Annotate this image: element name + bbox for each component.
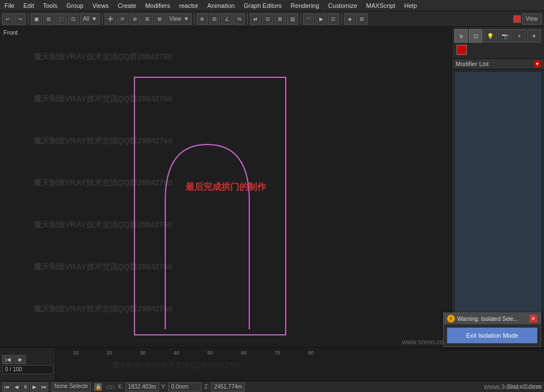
viewport-label: Front <box>3 29 18 36</box>
svg-rect-0 <box>134 77 286 335</box>
menu-file[interactable]: File <box>0 1 19 10</box>
y-label: Y: <box>161 384 166 390</box>
tick-20: 20 <box>106 350 112 356</box>
tick-70: 70 <box>275 350 280 356</box>
modifier-list-content <box>454 72 542 326</box>
scale2-btn[interactable]: ⊞ <box>142 13 153 25</box>
goto-start-btn[interactable]: ⏮ <box>2 382 11 391</box>
menu-animation[interactable]: Animation <box>203 1 239 10</box>
modifier-list-label: Modifier List ▼ <box>452 59 544 69</box>
select-region-btn[interactable]: ⬚ <box>55 13 67 25</box>
x-value[interactable]: 1832.403m <box>125 382 159 391</box>
select-by-name-btn[interactable]: ⊞ <box>43 13 54 25</box>
menu-help[interactable]: Help <box>400 1 422 10</box>
menu-maxscript[interactable]: MAXScript <box>362 1 400 10</box>
rotate-btn[interactable]: ⟳ <box>117 13 128 25</box>
all-dropdown[interactable]: All ▼ <box>80 13 100 25</box>
render2-btn[interactable]: ⊡ <box>328 13 339 25</box>
viewport[interactable]: Front 魔天制造VRAY技术交流QQ群29842760 魔天制造VRAY技术… <box>0 27 452 347</box>
next-key-btn[interactable]: ▶ <box>30 382 38 391</box>
redo-btn[interactable]: ↪ <box>15 13 26 25</box>
align2-btn[interactable]: ⊠ <box>275 13 286 25</box>
menu-graph-editors[interactable]: Graph Editors <box>239 1 286 10</box>
exit-isolation-btn[interactable]: Exit Isolation Mode <box>447 328 537 343</box>
prev-key-btn[interactable]: ◀ <box>12 382 20 391</box>
separator-6 <box>341 14 342 24</box>
scale-btn[interactable]: ⊕ <box>129 13 141 25</box>
main-toolbar: ↩ ↪ ▣ ⊞ ⬚ ⊡ All ▼ ✛ ⟳ ⊕ ⊞ ⊠ View ▼ ⊕ ⊞ ∠… <box>0 11 544 27</box>
mirror-btn[interactable]: ⇄ <box>250 13 261 25</box>
view-dropdown[interactable]: View ▼ <box>166 13 192 25</box>
menu-modifiers[interactable]: Modifiers <box>141 1 175 10</box>
undo-btn[interactable]: ↩ <box>2 13 13 25</box>
schematic-btn[interactable]: ⊞ <box>356 13 368 25</box>
angle-snap-btn[interactable]: ∠ <box>221 13 233 25</box>
panel-icon-helpers[interactable]: + <box>513 29 526 43</box>
status-left: ⏮ ◀ ⏸ ▶ ⏭ None Selecte 🔒 ◁ ▷ <box>2 382 115 391</box>
status-bar: ⏮ ◀ ⏸ ▶ ⏭ None Selecte 🔒 ◁ ▷ X: 1832.403… <box>0 381 544 392</box>
y-value[interactable]: 0.0mm <box>168 382 202 391</box>
warning-title-bar: ! Warning: Isolated Sele... ✕ <box>444 313 541 324</box>
panel-icon-geo[interactable]: ⊡ <box>469 29 482 43</box>
menu-reactor[interactable]: reactor <box>175 1 203 10</box>
select-obj-btn[interactable]: ▣ <box>31 13 42 25</box>
named-sel-btn[interactable] <box>513 15 521 23</box>
grid-display: Grid = 0.0mm <box>508 384 542 390</box>
align-btn[interactable]: ⊟ <box>262 13 273 25</box>
constraint-icons: ◁ ▷ <box>105 384 115 390</box>
material-btn[interactable]: ◈ <box>344 13 355 25</box>
menu-customize[interactable]: Customize <box>324 1 362 10</box>
modifier-list-dropdown[interactable]: ▼ <box>534 60 541 67</box>
pct-snap-btn[interactable]: % <box>234 13 245 25</box>
warning-close-btn[interactable]: ✕ <box>529 315 537 323</box>
menu-create[interactable]: Create <box>113 1 141 10</box>
move-btn[interactable]: ✛ <box>105 13 116 25</box>
tick-50: 50 <box>207 350 213 356</box>
x-label: X: <box>118 384 123 390</box>
view-label-box: View <box>522 13 542 25</box>
panel-icon-pointer[interactable]: 🖱 <box>454 29 468 43</box>
z-value[interactable]: 2451.774m <box>211 382 245 391</box>
separator-4 <box>247 14 248 24</box>
snap-btn[interactable]: ⊕ <box>197 13 208 25</box>
menu-bar: File Edit Tools Group Views Create Modif… <box>0 0 544 11</box>
prev-frame-btn[interactable]: |◀ <box>2 355 13 364</box>
menu-edit[interactable]: Edit <box>19 1 39 10</box>
select-region2-btn[interactable]: ⊡ <box>68 13 79 25</box>
menu-tools[interactable]: Tools <box>39 1 62 10</box>
stop-btn[interactable]: ⏸ <box>21 382 29 391</box>
lock-icon[interactable]: 🔒 <box>94 383 102 391</box>
panel-icon-camera[interactable]: 📷 <box>498 29 512 43</box>
menu-views[interactable]: Views <box>88 1 113 10</box>
tick-60: 60 <box>241 350 247 356</box>
panel-icon-space[interactable]: ✦ <box>527 29 541 43</box>
none-selected-label: None Selecte <box>52 382 91 391</box>
place-btn[interactable]: ⊠ <box>154 13 165 25</box>
render-btn[interactable]: ▶ <box>315 13 327 25</box>
coordinates-display: X: 1832.403m Y: 0.0mm Z: 2451.774m <box>118 382 245 391</box>
timeline-track[interactable]: 10 20 30 40 50 60 70 80 魔天制造VRAY技术交流QQ群2… <box>56 348 544 381</box>
dropdown-arrow: ▼ <box>91 16 97 22</box>
z-label: Z: <box>204 384 209 390</box>
warning-title-text: Warning: Isolated Sele... <box>457 316 518 322</box>
separator-1 <box>28 14 29 24</box>
right-panel-icons: 🖱 ⊡ 💡 📷 + ✦ <box>452 27 544 59</box>
frame-position: 0 / 100 <box>2 365 53 374</box>
snap2-btn[interactable]: ⊞ <box>209 13 220 25</box>
color-swatch[interactable] <box>457 45 467 55</box>
goto-end-btn[interactable]: ⏭ <box>39 382 48 391</box>
menu-group[interactable]: Group <box>62 1 88 10</box>
right-panel: 🖱 ⊡ 💡 📷 + ✦ Modifier List ▼ 📌 ⏸ 🔧 🖨 🖥 <box>452 27 544 347</box>
tick-10: 10 <box>73 350 78 356</box>
tick-80: 80 <box>308 350 314 356</box>
arch-shape <box>0 27 452 347</box>
separator-2 <box>102 14 103 24</box>
panel-icon-lights[interactable]: 💡 <box>483 29 497 43</box>
warning-dialog: ! Warning: Isolated Sele... ✕ Exit Isola… <box>443 312 541 347</box>
view-arrow: ▼ <box>184 16 189 22</box>
menu-rendering[interactable]: Rendering <box>286 1 324 10</box>
layer-btn[interactable]: ▤ <box>287 13 298 25</box>
play-btn[interactable]: ▶ <box>15 355 26 364</box>
timeline-area: |◀ ▶ 0 / 100 10 20 30 40 50 60 70 80 魔天制… <box>0 347 544 381</box>
curve-btn[interactable]: ◠ <box>303 13 314 25</box>
